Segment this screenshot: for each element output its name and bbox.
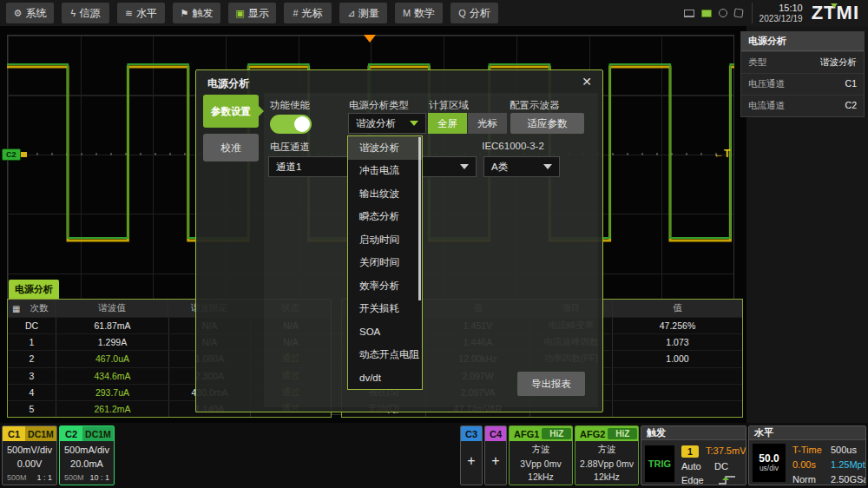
enable-label: 功能使能 <box>270 99 310 112</box>
c1-probe-ratio: 1 : 1 <box>36 473 52 482</box>
c2-bandwidth: 500M <box>64 473 84 482</box>
trigger-coupling[interactable]: DC <box>714 461 728 472</box>
dropdown-menu-item[interactable]: 关闭时间 <box>348 252 422 275</box>
cell-order: 3 <box>8 368 56 384</box>
region-option-button[interactable]: 全屏 <box>428 113 467 134</box>
oscilloscope-screen: C2 ←T 电源分析 ▦ 次数 谐波值 谐波限定 状态 DC 61.87mA N… <box>0 0 868 488</box>
c1-level-marker[interactable] <box>21 152 27 157</box>
add-channel-button[interactable]: + <box>485 453 506 469</box>
toolbar-button[interactable]: Q 分析 <box>450 3 498 23</box>
dropdown-menu-item[interactable]: 输出纹波 <box>348 182 422 206</box>
cell-value: 47.256% <box>613 318 742 333</box>
export-report-button[interactable]: 导出报表 <box>517 372 585 396</box>
c2-coupling: DC1M <box>82 426 114 441</box>
power-analysis-summary-panel[interactable]: 电源分析 类型 谐波分析 电压通道 C1 电流通道 C2 <box>740 31 865 117</box>
trigger-source-badge[interactable]: 1 <box>681 445 699 458</box>
cursor-icon: # <box>293 8 298 18</box>
region-option-button[interactable]: 光标 <box>468 113 507 134</box>
dropdown-menu-item[interactable]: SOA <box>348 320 422 344</box>
toolbar-button[interactable]: ⚙ 系统 <box>6 3 54 23</box>
afg2-block[interactable]: AFG2 HiZ 方波 2.88Vpp 0mv 12kHz <box>575 425 639 485</box>
toolbar-button[interactable]: ϟ 信源 <box>62 3 109 23</box>
voltage-channel-select[interactable]: 通道1 <box>268 156 348 177</box>
analysis-type-dropdown-menu: 谐波分析 冲击电流 输出纹波 瞬态分析 启动时间 关闭时间 效率分析 开关损耗 … <box>347 135 423 390</box>
bottom-status-bar: C1 DC1M 500mV/div 0.00V 500M 1 : 1 C2 DC… <box>0 423 868 488</box>
timebase-unit: us/div <box>760 465 779 472</box>
table-grip-icon[interactable]: ▦ <box>12 304 20 313</box>
usb-status-icon[interactable] <box>701 10 712 17</box>
afg1-impedance: HiZ <box>542 428 571 439</box>
dropdown-menu-item[interactable]: 效率分析 <box>348 274 422 298</box>
toolbar-button[interactable]: ⊿ 测量 <box>339 3 387 23</box>
afg1-waveform: 方波 <box>510 444 572 456</box>
dropdown-menu-item[interactable]: 开关损耗 <box>348 298 422 321</box>
col-header: 次数 <box>23 300 56 317</box>
row-label: 类型 <box>748 56 766 69</box>
horizontal-block[interactable]: 水平 50.0 us/div T-Time 500us 0.00s 1.25Mp… <box>748 425 866 485</box>
gear-icon: ⚙ <box>14 8 23 19</box>
toolbar-button[interactable]: M 数学 <box>395 3 443 23</box>
cell-value: 1.073 <box>613 334 742 350</box>
enable-toggle[interactable] <box>270 115 312 134</box>
toolbar-button-label: 光标 <box>302 6 323 21</box>
display-status-icon[interactable] <box>684 10 694 17</box>
acquisition-mode: Norm <box>792 474 816 485</box>
trigger-position-marker[interactable] <box>364 35 376 43</box>
toolbar-button[interactable]: # 光标 <box>284 3 332 23</box>
panel-title: 电源分析 <box>741 32 864 51</box>
channel-c3-block[interactable]: C3 + <box>460 425 483 485</box>
dropdown-menu-item[interactable]: 启动时间 <box>348 228 422 252</box>
c2-level-marker[interactable]: C2 <box>2 148 21 161</box>
dropdown-menu-item[interactable]: 瞬态分析 <box>348 206 422 229</box>
toolbar-button[interactable]: ⚑ 触发 <box>173 3 220 23</box>
c2-probe-ratio: 10 : 1 <box>89 473 109 482</box>
config-label: 配置示波器 <box>510 99 560 112</box>
trigger-block[interactable]: 触发 TRIG 1 T:37.5mV Auto DC Edge <box>641 425 746 485</box>
analyze-icon: Q <box>458 8 466 18</box>
dropdown-scrollbar[interactable] <box>418 137 421 300</box>
iec-standard-label: IEC61000-3-2 <box>457 141 569 151</box>
cell-value <box>613 368 742 384</box>
channel-c2-block[interactable]: C2 DC1M 500mA/div 20.0mA 500M 10 : 1 <box>59 425 115 485</box>
horizontal-title: 水平 <box>749 426 865 440</box>
trigger-type[interactable]: Edge <box>681 475 704 485</box>
measure-icon: ⊿ <box>347 8 355 19</box>
trigger-mode[interactable]: Auto <box>681 461 701 472</box>
iec-class-select[interactable]: A类 <box>483 156 560 177</box>
dropdown-menu-item[interactable]: 动态开点电阻 <box>348 344 422 367</box>
adapt-params-button[interactable]: 适应参数 <box>510 113 584 134</box>
cell-order: 2 <box>8 351 56 366</box>
cell-harmonic-value: 1.299A <box>56 334 169 350</box>
timebase-box[interactable]: 50.0 us/div <box>753 444 786 482</box>
toolbar-button[interactable]: ≋ 水平 <box>117 3 165 23</box>
top-toolbar: ⚙ 系统 ϟ 信源 ≋ 水平 ⚑ 触发 <box>0 0 868 26</box>
c2-label: C2 <box>60 426 82 441</box>
channel-c1-block[interactable]: C1 DC1M 500mV/div 0.00V 500M 1 : 1 <box>2 425 57 485</box>
analysis-type-select[interactable]: 谐波分析 <box>348 113 426 134</box>
afg2-impedance: HiZ <box>608 428 637 439</box>
channel-c4-block[interactable]: C4 + <box>484 425 507 485</box>
dialog-tab[interactable]: 参数设置 <box>203 95 259 128</box>
trigger-title: 触发 <box>641 426 746 440</box>
afg1-label: AFG1 <box>510 426 539 441</box>
dropdown-menu-item[interactable]: 谐波分析 <box>348 136 422 160</box>
dropdown-menu-item[interactable]: dv/dt <box>348 366 422 390</box>
touch-status-icon[interactable] <box>733 8 743 17</box>
mouse-status-icon[interactable] <box>719 9 727 17</box>
toolbar-button-label: 水平 <box>136 6 157 21</box>
dropdown-menu-item[interactable]: 冲击电流 <box>348 160 422 183</box>
dialog-tab[interactable]: 校准 <box>203 134 259 162</box>
trigger-level-marker[interactable]: ←T <box>713 148 730 160</box>
math-icon: M <box>403 8 411 18</box>
toolbar-button[interactable]: ▣ 显示 <box>228 3 276 23</box>
close-icon[interactable]: ✕ <box>582 75 592 89</box>
toolbar-button-label: 系统 <box>25 6 46 21</box>
c2-scale: 500mA/div <box>60 445 114 455</box>
clock: 15:10 2023/12/19 <box>752 3 812 23</box>
add-channel-button[interactable]: + <box>461 453 482 469</box>
results-tab-power-analysis[interactable]: 电源分析 <box>9 280 59 300</box>
afg1-block[interactable]: AFG1 HiZ 方波 3Vpp 0mv 12kHz <box>509 425 573 485</box>
record-length: 1.25Mpts <box>831 459 866 470</box>
horizontal-delay: 0.00s <box>792 459 816 470</box>
cell-order: 4 <box>8 385 56 400</box>
